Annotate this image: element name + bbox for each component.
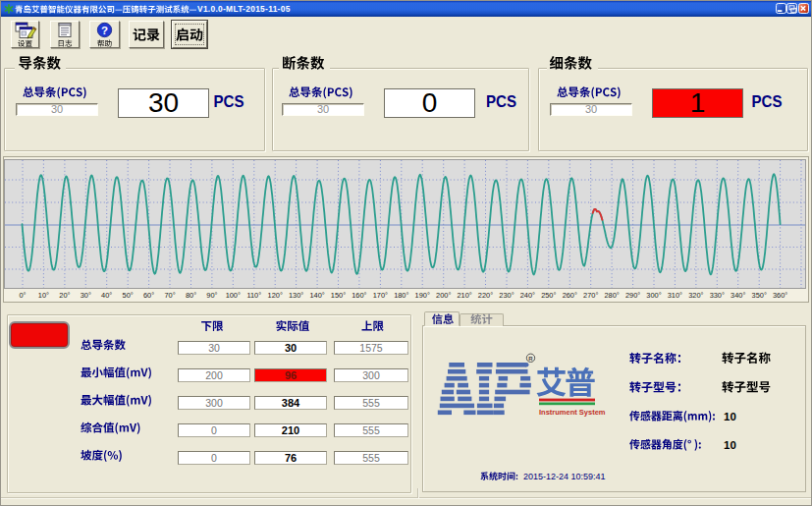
svg-text:200: 200 (205, 369, 223, 381)
svg-text:?: ? (101, 25, 108, 36)
svg-text:30°: 30° (81, 291, 91, 300)
svg-text:350°: 350° (752, 291, 767, 300)
svg-text:300: 300 (362, 369, 380, 381)
svg-text:V1.0.0-MLT-2015-11-05: V1.0.0-MLT-2015-11-05 (197, 4, 291, 14)
svg-text:210°: 210° (457, 291, 471, 300)
svg-text:2015-12-24 10:59:41: 2015-12-24 10:59:41 (523, 472, 606, 481)
svg-text:0°: 0° (19, 291, 26, 300)
svg-text:384: 384 (282, 397, 300, 409)
svg-text:150°: 150° (331, 291, 346, 300)
svg-text:30: 30 (285, 342, 297, 354)
svg-text:200°: 200° (436, 291, 451, 300)
svg-text:30: 30 (585, 103, 597, 115)
svg-text:340°: 340° (731, 291, 745, 300)
svg-text:230°: 230° (499, 291, 514, 300)
svg-text:220°: 220° (478, 291, 493, 300)
svg-text:330°: 330° (710, 291, 725, 300)
svg-text:40°: 40° (101, 291, 112, 300)
svg-text:270°: 270° (583, 291, 598, 300)
svg-text:555: 555 (362, 452, 380, 464)
svg-text:280°: 280° (604, 291, 619, 300)
svg-text:50°: 50° (123, 291, 134, 300)
svg-text:170°: 170° (373, 291, 388, 300)
svg-text:300°: 300° (646, 291, 661, 300)
svg-text:290°: 290° (625, 291, 640, 300)
svg-text:110°: 110° (246, 291, 261, 300)
svg-text:160°: 160° (352, 291, 366, 300)
svg-text:PCS: PCS (214, 92, 244, 111)
svg-text:PCS: PCS (486, 92, 516, 111)
svg-text:320°: 320° (688, 291, 703, 300)
svg-text:30: 30 (208, 342, 220, 354)
svg-text:10: 10 (724, 439, 736, 451)
svg-text:20°: 20° (59, 291, 70, 300)
svg-text:1: 1 (690, 87, 706, 118)
svg-text:PCS: PCS (752, 92, 783, 111)
svg-text:30: 30 (51, 103, 63, 115)
svg-text:190°: 190° (415, 291, 430, 300)
svg-text:30: 30 (148, 87, 179, 118)
svg-text:555: 555 (362, 424, 380, 436)
svg-text:555: 555 (362, 397, 380, 409)
svg-text:R: R (528, 356, 533, 362)
svg-text:80°: 80° (186, 291, 196, 300)
svg-text:240°: 240° (520, 291, 535, 300)
svg-text:300: 300 (205, 397, 223, 409)
svg-text:130°: 130° (289, 291, 303, 300)
svg-text:140°: 140° (309, 291, 324, 300)
svg-text:120°: 120° (268, 291, 283, 300)
svg-text:210: 210 (282, 424, 299, 436)
svg-text:180°: 180° (394, 291, 408, 300)
svg-text:76: 76 (285, 452, 297, 464)
svg-text:30: 30 (317, 103, 329, 115)
svg-text:360°: 360° (773, 291, 787, 300)
svg-text:0: 0 (422, 87, 438, 118)
svg-text:10°: 10° (38, 291, 49, 300)
svg-text:0: 0 (211, 424, 217, 436)
svg-text:70°: 70° (164, 291, 175, 300)
svg-text:250°: 250° (541, 291, 556, 300)
svg-text:60°: 60° (143, 291, 154, 300)
svg-text:10: 10 (724, 411, 736, 422)
svg-text:Instrument System: Instrument System (539, 408, 606, 417)
svg-text:96: 96 (285, 369, 297, 381)
svg-text:310°: 310° (668, 291, 682, 300)
svg-text:0: 0 (211, 452, 217, 464)
svg-text:260°: 260° (563, 291, 577, 300)
svg-text:1575: 1575 (359, 342, 383, 354)
svg-text:90°: 90° (206, 291, 217, 300)
svg-text:100°: 100° (226, 291, 241, 300)
